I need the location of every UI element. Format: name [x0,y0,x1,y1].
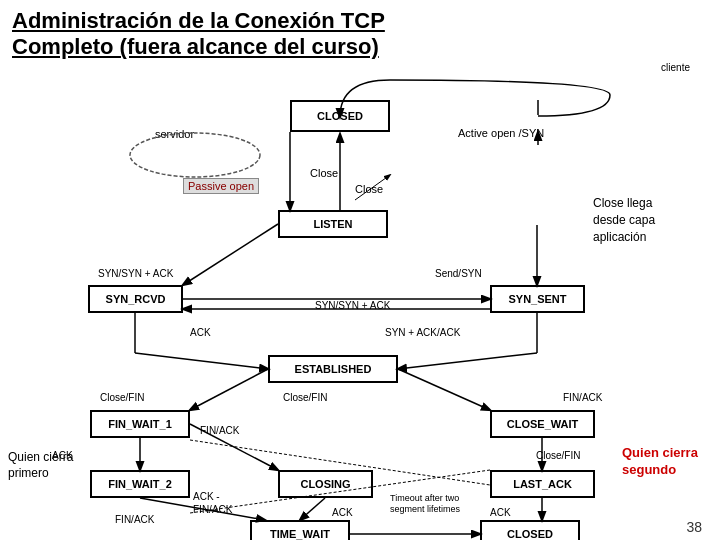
servidor-label: servidor [155,128,194,140]
fin-ack-label2: FIN/ACK [200,425,239,436]
svg-line-11 [135,353,268,369]
diagram-area: CLOSED LISTEN SYN_RCVD SYN_SENT ESTABLIS… [0,55,720,535]
ack-closing-label: ACK [332,507,353,518]
timeout-label: Timeout after two [390,493,459,503]
ack-crossing-label: ACK - [193,491,220,502]
page-number: 38 [686,519,702,535]
quien-cierra-segundo-label: Quien cierra segundo [622,445,712,479]
state-time-wait: TIME_WAIT [250,520,350,540]
send-syn-label: Send/SYN [435,268,482,279]
ack-la-label: ACK [490,507,511,518]
state-closed-bottom: CLOSED [480,520,580,540]
state-closed-top: CLOSED [290,100,390,132]
svg-line-13 [398,353,537,369]
passive-open-label: Passive open [183,178,259,194]
state-listen: LISTEN [278,210,388,238]
ack-top-label: ACK [190,327,211,338]
syn-syn-ack-bottom-label: SYN/SYN + ACK [315,300,390,311]
svg-line-20 [300,498,325,520]
fin-ack-label: FIN/ACK [563,392,602,403]
timeout2-label: segment lifetimes [390,504,460,514]
state-established: ESTABLISHED [268,355,398,383]
state-syn-sent: SYN_SENT [490,285,585,313]
close-label: Close [310,167,338,179]
close-fin-right-label: Close/FIN [283,392,327,403]
close-fin-cw-label: Close/FIN [536,450,580,461]
fin-ack-crossing-label: FIN/ACK [193,504,232,515]
state-syn-rcvd: SYN_RCVD [88,285,183,313]
close2-label: Close [355,183,383,195]
svg-line-15 [398,369,490,410]
svg-point-0 [130,133,260,177]
state-close-wait: CLOSE_WAIT [490,410,595,438]
close-fin-left-label: Close/FIN [100,392,144,403]
syn-ack-ack-label: SYN + ACK/ACK [385,327,460,338]
fin-ack-bottom-label: FIN/ACK [115,514,154,525]
state-last-ack: LAST_ACK [490,470,595,498]
quien-cierra-primero-label: Quien cierra primero [8,450,83,481]
close-llega-note: Close llega desde capa aplicación [593,195,708,245]
syn-syn-ack-top-label: SYN/SYN + ACK [98,268,173,279]
state-fin-wait-2: FIN_WAIT_2 [90,470,190,498]
active-open-label: Active open /SYN [458,127,544,139]
svg-line-14 [190,369,268,410]
state-closing: CLOSING [278,470,373,498]
svg-line-6 [183,224,278,285]
state-fin-wait-1: FIN_WAIT_1 [90,410,190,438]
